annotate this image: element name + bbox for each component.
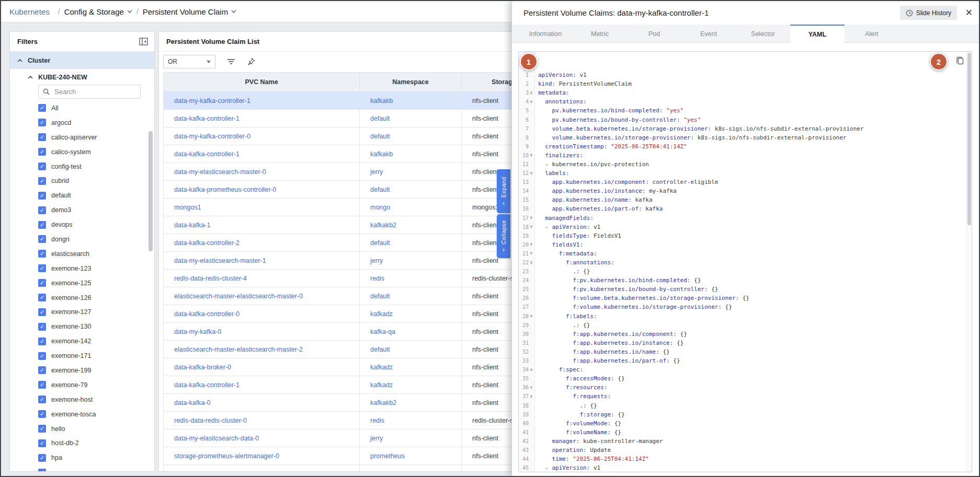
namespace-checkbox-item[interactable]: ✓argocd xyxy=(10,115,155,130)
fold-caret-icon[interactable]: ∨ xyxy=(529,216,534,220)
checkbox-checked-icon[interactable]: ✓ xyxy=(38,104,46,112)
checkbox-checked-icon[interactable]: ✓ xyxy=(38,264,46,272)
checkbox-checked-icon[interactable]: ✓ xyxy=(38,425,46,433)
filter-operator-select[interactable]: OR xyxy=(163,55,215,68)
sidebar-section-cluster[interactable]: Cluster xyxy=(10,52,154,69)
pvc-name-link[interactable]: data-my-elasticsearch-master-0 xyxy=(174,168,266,176)
table-row[interactable]: data-kafka-0kafkakb2nfs-client xyxy=(164,394,518,412)
table-row[interactable]: data-kafka-prometheus-controller-0defaul… xyxy=(164,181,518,199)
fold-caret-icon[interactable]: ∨ xyxy=(529,100,534,104)
fold-caret-icon[interactable]: ∨ xyxy=(529,386,534,390)
checkbox-checked-icon[interactable]: ✓ xyxy=(38,221,46,229)
namespace-checkbox-item[interactable]: ✓exemone-127 xyxy=(10,305,155,319)
table-row[interactable]: elasticsearch-master-elasticsearch-maste… xyxy=(164,287,518,305)
checkbox-checked-icon[interactable]: ✓ xyxy=(38,323,46,331)
namespace-checkbox-item[interactable]: ✓All xyxy=(10,101,155,115)
pvc-name-link[interactable]: data-my-kafka-0 xyxy=(174,328,221,335)
tree-node-cluster-name[interactable]: KUBE-240-NEW xyxy=(10,69,154,85)
namespace-checkbox-item[interactable]: ✓hello xyxy=(10,422,155,436)
namespace-checkbox-item[interactable]: ✓exemone-171 xyxy=(10,348,155,363)
fold-caret-icon[interactable]: ∨ xyxy=(529,153,534,157)
table-row[interactable]: data-my-kafka-controller-1kafkakbnfs-cli… xyxy=(164,92,518,110)
checkbox-checked-icon[interactable]: ✓ xyxy=(38,395,46,403)
fold-caret-icon[interactable]: ∨ xyxy=(529,91,534,95)
checkbox-checked-icon[interactable]: ✓ xyxy=(38,162,46,170)
namespace-link[interactable]: jerry xyxy=(370,168,383,176)
checkbox-checked-icon[interactable]: ✓ xyxy=(38,148,46,156)
namespace-checkbox-item[interactable]: ✓devops xyxy=(10,217,155,232)
namespace-checkbox-item[interactable]: ✓exemone-123 xyxy=(10,261,155,276)
namespace-link[interactable]: kafkakb2 xyxy=(370,222,396,229)
namespace-link[interactable]: default xyxy=(370,133,390,140)
fold-caret-icon[interactable]: ∨ xyxy=(529,394,534,399)
table-row[interactable]: data-kafka-controller-1kafkakbnfs-client xyxy=(164,145,518,163)
checkbox-checked-icon[interactable]: ✓ xyxy=(38,119,46,126)
table-row[interactable]: data-kafka-controller-1kafkadznfs-client xyxy=(164,376,518,394)
namespace-checkbox-item[interactable]: ✓exemone-host xyxy=(10,392,155,407)
checkbox-checked-icon[interactable]: ✓ xyxy=(38,294,46,301)
namespace-link[interactable]: kafkakb2 xyxy=(370,399,396,406)
namespace-checkbox-item[interactable]: ✓default xyxy=(10,188,155,203)
checkbox-checked-icon[interactable]: ✓ xyxy=(38,279,46,287)
sidebar-scrollbar[interactable] xyxy=(149,131,153,251)
namespace-link[interactable]: default xyxy=(370,239,390,247)
column-header-storageclass[interactable]: StorageClass xyxy=(462,73,518,92)
table-row[interactable]: redis-data-redis-cluster-0redisredis-clu… xyxy=(164,412,518,429)
namespace-checkbox-item[interactable]: ✓demo3 xyxy=(10,203,155,217)
pvc-name-link[interactable]: data-kafka-0 xyxy=(174,399,210,406)
pvc-name-link[interactable]: data-kafka-controller-1 xyxy=(174,115,240,122)
checkbox-checked-icon[interactable]: ✓ xyxy=(38,338,46,345)
tab-selector[interactable]: Selector xyxy=(736,25,790,43)
checkbox-checked-icon[interactable]: ✓ xyxy=(38,133,46,141)
close-icon[interactable]: ✕ xyxy=(965,7,973,18)
checkbox-checked-icon[interactable]: ✓ xyxy=(38,352,46,360)
pvc-name-link[interactable]: elasticsearch-master-elasticsearch-maste… xyxy=(174,346,303,353)
table-row[interactable]: data-my-kafka-controller-0defaultnfs-cli… xyxy=(164,127,518,145)
namespace-checkbox-item[interactable]: ✓cubrid xyxy=(10,173,155,188)
pvc-name-link[interactable]: data-my-elasticsearch-data-0 xyxy=(174,435,259,442)
table-row[interactable]: data-kafka-broker-0kafkadznfs-client xyxy=(164,358,518,376)
table-row[interactable]: elasticsearch-master-elasticsearch-maste… xyxy=(164,341,518,358)
checkbox-checked-icon[interactable]: ✓ xyxy=(38,308,46,316)
namespace-link[interactable]: kafkakb xyxy=(370,97,393,104)
checkbox-checked-icon[interactable]: ✓ xyxy=(38,250,46,258)
fold-caret-icon[interactable]: ∨ xyxy=(529,242,534,247)
namespace-checkbox-item[interactable]: ✓calico-system xyxy=(10,145,155,159)
pvc-name-link[interactable]: mongos1 xyxy=(174,204,201,211)
namespace-checkbox-item[interactable]: ✓exemone-tosca xyxy=(10,407,155,422)
collapse-panel-icon[interactable] xyxy=(139,38,148,45)
namespace-link[interactable]: default xyxy=(370,470,390,472)
filter-list-icon[interactable] xyxy=(227,59,235,65)
pvc-name-link[interactable]: data-kafka-controller-2 xyxy=(174,239,240,247)
namespace-checkbox-item[interactable]: ✓exemone-79 xyxy=(10,378,155,392)
pin-icon[interactable] xyxy=(247,57,255,66)
breadcrumb-section-dropdown[interactable]: Config & Storage xyxy=(64,7,132,16)
copy-icon[interactable] xyxy=(955,55,965,65)
checkbox-checked-icon[interactable]: ✓ xyxy=(38,454,46,462)
namespace-link[interactable]: redis xyxy=(370,275,384,282)
namespace-link[interactable]: redis xyxy=(370,417,384,424)
table-row[interactable]: data-kafka-controller-1defaultnfs-client xyxy=(164,110,518,127)
namespace-checkbox-item[interactable]: ✓exemone-130 xyxy=(10,319,155,334)
namespace-link[interactable]: prometheus xyxy=(370,452,405,460)
namespace-link[interactable]: mongo xyxy=(370,204,390,211)
tab-metric[interactable]: Metric xyxy=(573,25,627,43)
checkbox-checked-icon[interactable]: ✓ xyxy=(38,381,46,389)
pvc-name-link[interactable]: redis-data-redis-cluster-4 xyxy=(174,275,247,282)
checkbox-checked-icon[interactable]: ✓ xyxy=(38,366,46,374)
namespace-link[interactable]: kafkakb xyxy=(370,150,393,158)
namespace-link[interactable]: default xyxy=(370,293,390,300)
table-row[interactable]: data-kafka-controller-2defaultnfs-client xyxy=(164,234,518,252)
table-row[interactable]: data-kafka-1kafkakb2nfs-client xyxy=(164,216,518,234)
namespace-link[interactable]: kafkadz xyxy=(370,310,393,318)
checkbox-checked-icon[interactable]: ✓ xyxy=(38,439,46,447)
namespace-checkbox-item[interactable]: ✓exemone-142 xyxy=(10,334,155,348)
namespace-link[interactable]: kafka-qa xyxy=(370,328,395,335)
table-row[interactable]: storage-prometheus-alertmanager-0prometh… xyxy=(164,447,518,465)
namespace-link[interactable]: jerry xyxy=(370,435,383,442)
yaml-scrollbar[interactable] xyxy=(966,52,972,472)
namespace-checkbox-item[interactable]: ✓dongri xyxy=(10,232,155,247)
pvc-name-link[interactable]: elasticsearch-master-elasticsearch-maste… xyxy=(174,293,303,300)
fold-caret-icon[interactable]: ∨ xyxy=(529,225,534,229)
namespace-checkbox-item[interactable]: ✓elasticsearch xyxy=(10,247,155,261)
